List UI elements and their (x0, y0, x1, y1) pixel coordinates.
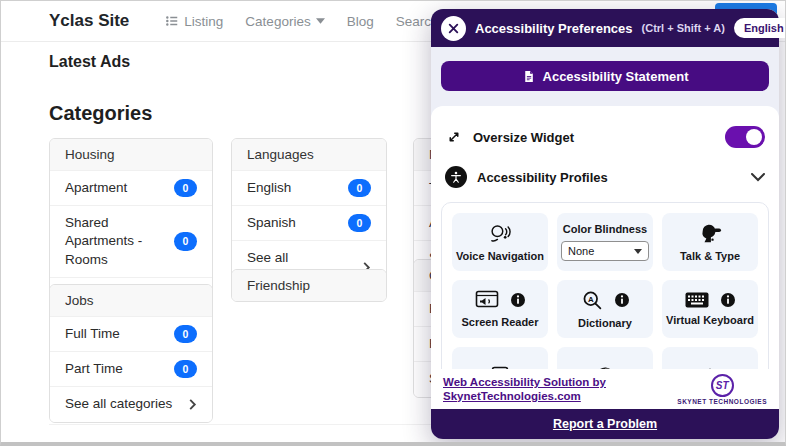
list-item[interactable]: Part Time 0 (50, 351, 212, 386)
tile-partial-3[interactable] (662, 347, 758, 369)
svg-text:A: A (587, 294, 593, 303)
report-problem-link[interactable]: Report a Problem (553, 417, 657, 431)
list-item[interactable]: English 0 (232, 170, 386, 205)
count-badge: 0 (348, 214, 371, 232)
accessibility-profiles-row[interactable]: Accessibility Profiles (441, 164, 769, 202)
nav-listing-label: Listing (184, 14, 223, 29)
item-label: See all categories (65, 395, 172, 413)
caret-down-icon (634, 249, 642, 254)
item-label: Part Time (65, 360, 123, 378)
chevron-down-icon[interactable] (751, 173, 765, 182)
tile-screen-reader[interactable]: Screen Reader (452, 280, 548, 338)
item-label: Full Time (65, 325, 120, 343)
accessibility-statement-button[interactable]: Accessibility Statement (441, 61, 769, 91)
tile-label: Screen Reader (461, 316, 538, 328)
chevron-right-icon (188, 399, 197, 410)
report-bar: Report a Problem (431, 409, 779, 439)
list-item[interactable]: Spanish 0 (232, 205, 386, 240)
info-icon[interactable] (615, 293, 629, 307)
latest-ads-title: Latest Ads (49, 53, 130, 71)
language-label: English (744, 22, 784, 34)
category-card-friendship: Friendship (231, 269, 387, 302)
item-label: Shared Apartments - Rooms (65, 214, 166, 269)
select-value: None (568, 245, 594, 257)
talk-type-icon (697, 222, 723, 244)
tile-label: Virtual Keyboard (666, 314, 754, 326)
voice-navigation-icon (488, 222, 512, 244)
screenshot-frame: Yclas Site Listing Categories Blog Searc… (0, 0, 786, 446)
tile-talk-type[interactable]: Talk & Type (662, 213, 758, 271)
category-card-jobs: Jobs Full Time 0 Part Time 0 See all cat… (49, 284, 213, 423)
card-header: Languages (232, 139, 386, 170)
list-item[interactable]: Apartment 0 (50, 170, 212, 205)
statement-label: Accessibility Statement (543, 69, 689, 84)
tile-label: Voice Navigation (456, 250, 544, 262)
tile-virtual-keyboard[interactable]: Virtual Keyboard (662, 280, 758, 338)
close-button[interactable] (441, 16, 466, 41)
skynet-logo-caption: SKYNET TECHNOLOGIES (677, 398, 767, 405)
caret-down-icon (316, 18, 325, 24)
skynet-link-line2: SkynetTechnologies.com (443, 389, 606, 403)
skynet-logo: ST SKYNET TECHNOLOGIES (677, 374, 767, 405)
count-badge: 0 (174, 232, 197, 250)
tile-label: Talk & Type (680, 250, 740, 262)
panel-title: Accessibility Preferences (475, 21, 633, 36)
oversize-widget-label: Oversize Widget (473, 130, 574, 145)
nav-categories-label: Categories (245, 14, 310, 29)
tile-voice-navigation[interactable]: Voice Navigation (452, 213, 548, 271)
nav-blog-label: Blog (347, 14, 374, 29)
toggle-knob (746, 129, 762, 145)
dictionary-icon: A (582, 290, 603, 311)
tile-label: Color Blindness (563, 223, 647, 235)
site-brand[interactable]: Yclas Site (49, 11, 129, 31)
expand-icon (445, 128, 463, 146)
count-badge: 0 (174, 325, 197, 343)
color-blindness-select[interactable]: None (561, 241, 649, 261)
panel-shortcut: (Ctrl + Shift + A) (642, 22, 725, 34)
list-icon (165, 14, 179, 28)
count-badge: 0 (174, 179, 197, 197)
skynet-link[interactable]: Web Accessibility Solution by SkynetTech… (443, 375, 606, 404)
panel-header: Accessibility Preferences (Ctrl + Shift … (431, 9, 779, 47)
tile-partial-1[interactable] (452, 347, 548, 369)
accessibility-profiles-label: Accessibility Profiles (477, 170, 608, 185)
see-all-link[interactable]: See all categories (50, 386, 212, 421)
nav-blog[interactable]: Blog (347, 14, 374, 29)
virtual-keyboard-icon (685, 292, 709, 308)
tile-dictionary[interactable]: A Dictionary (557, 280, 653, 338)
card-header: Housing (50, 139, 212, 170)
count-badge: 0 (174, 360, 197, 378)
close-icon (447, 22, 460, 35)
accessibility-panel: Accessibility Preferences (Ctrl + Shift … (431, 9, 779, 439)
item-label: Spanish (247, 214, 296, 232)
skynet-logo-monogram: ST (711, 374, 734, 397)
item-label: English (247, 179, 291, 197)
skynet-link-line1: Web Accessibility Solution by (443, 375, 606, 389)
card-header: Friendship (232, 270, 386, 301)
nav-listing[interactable]: Listing (165, 14, 223, 29)
oversize-widget-row: Oversize Widget (441, 118, 769, 164)
oversize-widget-toggle[interactable] (725, 126, 765, 148)
info-icon[interactable] (721, 293, 735, 307)
accessibility-person-icon (445, 166, 467, 188)
tile-color-blindness[interactable]: Color Blindness None (557, 213, 653, 271)
nav-categories[interactable]: Categories (245, 14, 324, 29)
tile-partial-2[interactable] (557, 347, 653, 369)
item-label: Apartment (65, 179, 127, 197)
list-item[interactable]: Full Time 0 (50, 316, 212, 351)
screen-reader-icon (475, 290, 499, 310)
card-header: Jobs (50, 285, 212, 316)
tile-label: Dictionary (578, 317, 632, 329)
document-icon (522, 69, 535, 84)
panel-content: Oversize Widget Accessibility Profiles V (431, 106, 779, 369)
categories-title: Categories (49, 102, 152, 125)
language-selector[interactable]: English (734, 18, 786, 38)
count-badge: 0 (348, 179, 371, 197)
list-item[interactable]: Shared Apartments - Rooms 0 (50, 205, 212, 277)
panel-footer: Web Accessibility Solution by SkynetTech… (431, 369, 779, 409)
info-icon[interactable] (511, 293, 525, 307)
features-grid: Voice Navigation Color Blindness None (441, 202, 769, 369)
